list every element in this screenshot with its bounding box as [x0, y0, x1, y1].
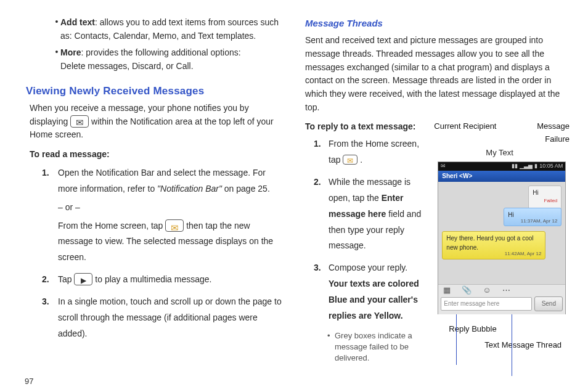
reply-step-2: 2. While the message is open, tap the En… — [314, 174, 427, 254]
step1-text-b: on page 25. — [224, 184, 270, 194]
label-reply-bubble: Reply Bubble — [449, 323, 570, 335]
label-message-failure: Message Failure — [500, 120, 570, 145]
bubble-failed-label: Failed — [533, 197, 557, 205]
threads-paragraph: Sent and received text and picture messa… — [305, 34, 570, 114]
section-heading-viewing: Viewing Newly Received Messages — [26, 83, 283, 99]
bubble-text: Hi — [533, 189, 538, 196]
step1-text-c-a: From the Home screen, tap — [58, 221, 165, 231]
label-current-recipient: Current Recipient — [434, 120, 500, 145]
step2-text-a: Tap — [58, 274, 74, 284]
phone-compose-bar: ▦ 📎 ☺ ⋯ Enter message here Send — [438, 284, 565, 314]
phone-status-bar: ✉ ▮▮ ▁▃▅ ▮ 10:05 AM — [438, 162, 565, 171]
step3-text: In a single motion, touch and scroll up … — [58, 294, 283, 342]
step-number: 1. — [314, 136, 329, 168]
signal-bars-icon: ▁▃▅ — [520, 162, 533, 171]
send-button[interactable]: Send — [534, 296, 563, 311]
rs3-a: Compose your reply. — [329, 260, 427, 276]
reply-step-3: 3. Compose your reply. Your texts are co… — [314, 260, 427, 324]
mail-icon — [343, 155, 357, 165]
bullet-add-text: • Add text: allows you to add text items… — [53, 16, 283, 43]
photo-icon[interactable]: ▦ — [443, 284, 451, 296]
right-column: Message Threads Sent and received text a… — [305, 16, 570, 386]
message-input[interactable]: Enter message here — [441, 297, 532, 311]
step-2: 2. Tap to play a multimedia message. — [42, 272, 283, 288]
bullet-label: More — [60, 47, 81, 57]
page-number: 97 — [25, 377, 33, 386]
label-text-thread: Text Message Thread — [484, 339, 570, 351]
read-steps: 1. Open the Notification Bar and select … — [42, 165, 283, 342]
step-1: 1. Open the Notification Bar and select … — [42, 165, 283, 266]
bullet-label: Add text — [60, 17, 95, 27]
step-3: 3. In a single motion, touch and scroll … — [42, 294, 283, 342]
step-number: 3. — [42, 294, 58, 342]
rs1-a: From the Home screen, tap — [329, 139, 419, 165]
option-bullets: • Add text: allows you to add text items… — [18, 16, 283, 73]
rs3-bold: Your texts are colored Blue and your cal… — [329, 276, 427, 324]
leader-line — [456, 348, 457, 365]
bullet-more: • More: provides the following additiona… — [53, 46, 283, 73]
bubble-time: 11:37AM, Apr 12 — [521, 218, 558, 225]
more-icon[interactable]: ⋯ — [502, 284, 510, 296]
bullet-dot: • — [53, 16, 60, 43]
grey-note-text: Grey boxes indicate a message failed to … — [335, 330, 427, 364]
step1-or: – or – — [58, 200, 283, 216]
reply-instructions: To reply to a text message: 1. From the … — [305, 120, 427, 364]
bubble-text: Hi — [508, 211, 513, 218]
bubble-time: 11:42AM, Apr 12 — [505, 250, 542, 258]
envelope-icon — [70, 115, 89, 128]
step2-text-b: to play a multimedia message. — [95, 274, 211, 284]
phone-thread-header: Sheri <W> — [438, 171, 565, 182]
status-time: 10:05 AM — [539, 162, 563, 171]
mail-icon — [165, 219, 184, 232]
to-read-lead: To read a message: — [30, 148, 283, 161]
step1-ref: "Notification Bar" — [157, 184, 222, 194]
leader-line — [512, 348, 512, 376]
bullet-text: : provides the following additional opti… — [81, 47, 240, 57]
message-input-placeholder: Enter message here — [444, 299, 499, 309]
rs1-b: . — [360, 155, 362, 165]
phone-thread-area: Hi Failed Hi 11:37AM, Apr 12 Hey there. … — [438, 182, 565, 284]
envelope-icon: ✉ — [441, 162, 446, 171]
to-reply-lead: To reply to a text message: — [305, 120, 427, 134]
battery-icon: ▮ — [534, 162, 537, 171]
message-bubble-reply: Hey there. Heard you got a cool new phon… — [442, 231, 545, 259]
step-number: 1. — [42, 165, 58, 266]
emoji-icon[interactable]: ☺ — [483, 284, 491, 296]
step-number: 2. — [42, 272, 58, 288]
label-my-text: My Text — [486, 147, 570, 159]
reply-step-1: 1. From the Home screen, tap . — [314, 136, 427, 168]
left-column: • Add text: allows you to add text items… — [18, 16, 283, 386]
intro-paragraph: When you receive a message, your phone n… — [30, 102, 283, 142]
step-number: 2. — [314, 174, 329, 254]
bullet-dot: • — [327, 330, 335, 364]
signal-icon: ▮▮ — [512, 162, 518, 171]
bullet-subtext: Delete messages, Discard, or Call. — [60, 60, 283, 73]
phone-mockup: ✉ ▮▮ ▁▃▅ ▮ 10:05 AM Sheri <W> Hi — [438, 161, 566, 314]
bubble-text: Hey there. Heard you got a cool new phon… — [446, 235, 533, 251]
step-number: 3. — [314, 260, 329, 324]
section-heading-threads: Message Threads — [305, 16, 570, 30]
attach-icon[interactable]: 📎 — [462, 284, 472, 296]
bullet-dot: • — [53, 46, 60, 73]
grey-note: • Grey boxes indicate a message failed t… — [327, 330, 427, 364]
phone-figure: Current Recipient Message Failure My Tex… — [434, 120, 570, 364]
play-icon — [74, 273, 92, 285]
message-bubble-mine: Hi 11:37AM, Apr 12 — [504, 208, 561, 227]
